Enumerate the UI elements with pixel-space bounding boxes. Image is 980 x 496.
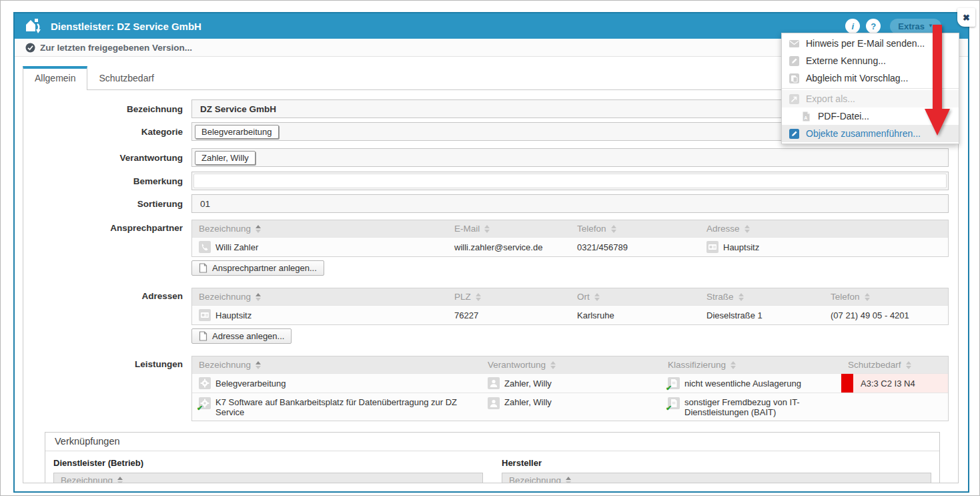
menu-item-externe-kennung[interactable]: Externe Kennung... <box>782 52 959 69</box>
verantwortung-field[interactable]: Zahler, Willy <box>191 148 949 167</box>
contact-adresse: Hauptsitz <box>723 242 759 252</box>
adressen-table-header: Bezeichnung PLZ Ort Straße Telefon <box>192 288 948 305</box>
classification-document-icon: ✔ <box>668 397 680 409</box>
leistung-row[interactable]: Belegverarbeitung Zahler, Willy <box>192 373 948 393</box>
column-header-bezeichnung[interactable]: Bezeichnung <box>53 473 483 483</box>
sort-icon <box>256 361 261 369</box>
column-header-label: Bezeichnung <box>199 292 251 302</box>
add-ansprechpartner-button[interactable]: Ansprechpartner anlegen... <box>191 260 324 276</box>
leistung-bezeichnung: Belegverarbeitung <box>215 379 286 389</box>
menu-item-hinweis-per-email[interactable]: Hinweis per E-Mail senden... <box>782 35 959 52</box>
field-label-ansprechpartner: Ansprechpartner <box>31 220 191 233</box>
menu-item-pdf-datei[interactable]: A PDF-Datei... <box>782 107 959 125</box>
adresse-row[interactable]: Hauptsitz 76227 Karlsruhe Dieselstraße 1… <box>192 305 948 324</box>
column-header-label: Ort <box>577 292 590 302</box>
kategorie-chip[interactable]: Belegverarbeitung <box>195 125 279 139</box>
caret-down-icon: ▼ <box>928 23 933 29</box>
column-header-bezeichnung[interactable]: Bezeichnung <box>192 220 448 237</box>
check-icon: ✔ <box>197 404 203 413</box>
check-icon: ✔ <box>666 404 672 413</box>
merge-edit-icon <box>789 128 800 140</box>
ansprechpartner-table-header: Bezeichnung E-Mail Telefon Adresse <box>192 220 948 237</box>
extras-button[interactable]: Extras ▼ <box>890 19 941 34</box>
field-label-leistungen: Leistungen <box>31 356 191 369</box>
sort-icon <box>476 293 481 301</box>
column-header-email[interactable]: E-Mail <box>448 220 570 237</box>
menu-item-abgleich-vorschlag[interactable]: Abgleich mit Vorschlag... <box>782 69 959 87</box>
contact-phone-icon <box>199 241 211 253</box>
check-circle-icon <box>25 43 35 53</box>
add-ansprechpartner-label: Ansprechpartner anlegen... <box>212 263 317 273</box>
help-button[interactable]: ? <box>866 19 881 33</box>
sortierung-field[interactable] <box>191 194 949 213</box>
menu-item-label: Hinweis per E-Mail senden... <box>806 38 925 49</box>
column-header-bezeichnung[interactable]: Bezeichnung <box>192 356 481 373</box>
schutzbedarf-cell <box>841 393 948 421</box>
adresse-ort: Karlsruhe <box>577 310 614 320</box>
column-header-schutzbedarf[interactable]: Schutzbedarf <box>841 356 948 373</box>
column-header-telefon[interactable]: Telefon <box>570 220 700 237</box>
column-header-bezeichnung[interactable]: Bezeichnung <box>502 473 931 483</box>
tab-allgemein-label: Allgemein <box>35 73 75 83</box>
column-header-plz[interactable]: PLZ <box>448 288 570 305</box>
info-button[interactable]: i <box>845 19 860 33</box>
svg-text:A: A <box>804 115 807 119</box>
column-header-strasse[interactable]: Straße <box>700 288 824 305</box>
gear-icon <box>199 377 211 389</box>
schutzbedarf-value: A3:3 C2 I3 N4 <box>861 379 915 389</box>
verantwortung-chip[interactable]: Zahler, Willy <box>195 151 256 165</box>
tab-schutzbedarf[interactable]: Schutzbedarf <box>87 67 165 90</box>
check-icon: ✔ <box>666 384 672 393</box>
add-adresse-button[interactable]: Adresse anlegen... <box>191 328 292 344</box>
form-row-bemerkung: Bemerkung <box>31 172 949 190</box>
column-header-label: Telefon <box>831 292 860 302</box>
column-header-label: Schutzbedarf <box>848 360 901 370</box>
menu-item-label: Objekte zusammenführen... <box>806 128 921 139</box>
sort-icon <box>906 361 911 369</box>
form-row-ansprechpartner: Ansprechpartner Bezeichnung E-Mail Telef… <box>31 220 949 284</box>
field-label-verantwortung: Verantwortung <box>31 148 191 163</box>
adresse-strasse: Dieselstraße 1 <box>706 310 763 320</box>
column-header-klassifizierung[interactable]: Klassifizierung <box>661 356 841 373</box>
sort-icon <box>739 293 744 301</box>
ansprechpartner-table: Bezeichnung E-Mail Telefon Adresse Willi… <box>191 220 949 257</box>
close-button[interactable]: ✖ <box>957 8 975 27</box>
form-row-verantwortung: Verantwortung Zahler, Willy <box>31 148 949 167</box>
contact-name: Willi Zahler <box>215 242 258 252</box>
column-header-label: Bezeichnung <box>199 360 251 370</box>
dialog-title: Dienstleister: DZ Service GmbH <box>51 21 839 32</box>
pdf-icon: A <box>801 111 812 122</box>
sort-icon <box>865 293 870 301</box>
column-header-verantwortung[interactable]: Verantwortung <box>481 356 661 373</box>
help-icon: ? <box>871 21 876 31</box>
adressen-table: Bezeichnung PLZ Ort Straße Telefon <box>191 288 949 325</box>
leistung-bezeichnung: K7 Software auf Bankarbeitsplatz für Dat… <box>215 397 474 417</box>
address-card-icon <box>199 309 211 321</box>
sort-icon <box>550 361 556 369</box>
ansprechpartner-row[interactable]: Willi Zahler willi.zahler@service.de 032… <box>192 237 948 256</box>
gear-icon: ✔ <box>199 397 211 409</box>
new-document-icon <box>199 331 207 341</box>
tab-allgemein[interactable]: Allgemein <box>23 66 87 90</box>
bemerkung-input[interactable] <box>193 174 947 188</box>
column-header-bezeichnung[interactable]: Bezeichnung <box>192 288 448 305</box>
sort-icon <box>256 293 261 301</box>
sort-icon <box>566 477 571 484</box>
leistung-verantwortung: Zahler, Willy <box>504 379 552 389</box>
column-header-ort[interactable]: Ort <box>570 288 700 305</box>
sort-icon <box>484 225 490 233</box>
page-background: Dienstleister: DZ Service GmbH i ? Extra… <box>0 0 980 496</box>
export-icon <box>789 93 800 105</box>
field-label-bezeichnung: Bezeichnung <box>31 99 191 114</box>
form-row-adressen: Adressen Bezeichnung PLZ Ort Straße Tele… <box>31 288 949 352</box>
verknuepfungen-body: Dienstleister (Betrieb) Bezeichnung Hers… <box>45 451 939 483</box>
schutzbedarf-level-indicator <box>841 374 853 393</box>
leistung-row[interactable]: ✔ K7 Software auf Bankarbeitsplatz für D… <box>192 393 948 421</box>
column-header-telefon[interactable]: Telefon <box>824 288 948 305</box>
contact-telefon: 0321/456789 <box>577 242 628 252</box>
menu-item-objekte-zusammenfuehren[interactable]: Objekte zusammenführen... <box>782 125 959 142</box>
form-row-sortierung: Sortierung <box>31 194 949 213</box>
linked-dienstleister-betrieb: Dienstleister (Betrieb) Bezeichnung <box>53 458 483 483</box>
address-card-icon <box>706 241 718 253</box>
column-header-adresse[interactable]: Adresse <box>700 220 948 237</box>
